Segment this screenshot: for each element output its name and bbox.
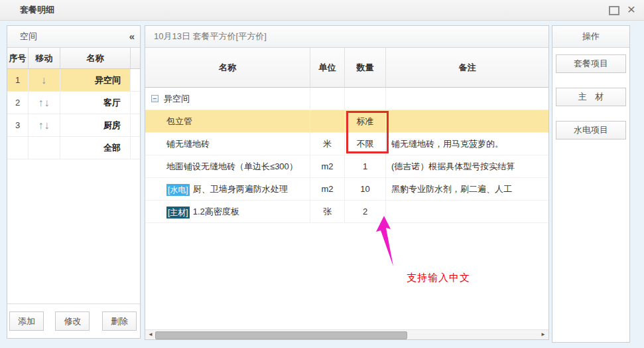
move-arrows[interactable]: ↑↓ (29, 92, 60, 114)
items-panel: 10月13日 套餐平方价[平方价] 名称 单位 数量 备注 −异空间 包立管 标… (145, 25, 549, 340)
cell-unit: 米 (310, 133, 345, 155)
cell-note (386, 88, 548, 110)
space-table-header: 序号 移动 名称 (7, 48, 140, 69)
move-down-icon[interactable]: ↓ (44, 120, 50, 131)
row-seq: 1 (7, 69, 29, 91)
cell-note: (德吉诺）根据具体型号按实结算 (386, 155, 548, 177)
operations-panel: 操作 套餐项目 主 材 水电项目 (552, 25, 630, 343)
item-name: 地面铺设无缝地砖（单边长≤300） (145, 155, 310, 177)
window-title: 套餐明细 (20, 0, 54, 20)
cell-qty[interactable]: 1 (345, 155, 386, 177)
package-detail-window: 套餐明细 × 空间 « 序号 移动 名称 1 ↓ 异空间 2 ↑↓ 客厅 3 (0, 0, 644, 348)
package-item-button[interactable]: 套餐项目 (556, 54, 626, 73)
item-row[interactable]: 地面铺设无缝地砖（单边长≤300） m2 1 (德吉诺）根据具体型号按实结算 (145, 155, 548, 178)
space-row[interactable]: 3 ↑↓ 厨房 (7, 114, 140, 137)
col-name: 名称 (60, 48, 131, 68)
col-unit: 单位 (310, 48, 345, 87)
col-seq: 序号 (7, 48, 29, 68)
item-row[interactable]: 包立管 标准 (145, 110, 548, 133)
annotation-text: 支持输入中文 (407, 272, 470, 284)
cell-qty[interactable]: 标准 (345, 110, 386, 132)
titlebar: 套餐明细 × (0, 0, 644, 21)
move-down-icon[interactable]: ↓ (44, 97, 50, 108)
scroll-left-icon[interactable]: ◄ (147, 330, 155, 339)
col-move: 移动 (29, 48, 60, 68)
row-spacer (131, 92, 140, 114)
space-name: 厨房 (60, 114, 131, 136)
move-arrows[interactable]: ↑↓ (29, 114, 60, 136)
items-panel-header: 10月13日 套餐平方价[平方价] (145, 26, 548, 48)
space-name: 全部 (60, 137, 131, 159)
move-up-icon[interactable]: ↑ (38, 120, 44, 131)
cell-note (386, 201, 548, 222)
cell-qty[interactable]: 不限 (345, 133, 386, 155)
col-item-name: 名称 (145, 48, 310, 87)
cell-unit: m2 (310, 155, 345, 177)
annotation-arrow-icon (375, 215, 399, 268)
operations-panel-title: 操作 (582, 31, 600, 41)
cell-unit (310, 88, 345, 110)
item-row[interactable]: [水电]厨、卫墙身两遍防水处理 m2 10 黑豹专业防水剂，刷二遍、人工 (145, 178, 548, 201)
item-row[interactable]: 铺无缝地砖 米 不限 铺无缝地砖，用马克菠萝的。 (145, 133, 548, 155)
space-row[interactable]: 全部 (7, 137, 140, 159)
item-row[interactable]: [主材]1.2高密度板 张 2 (145, 201, 548, 223)
collapse-panel-icon[interactable]: « (129, 26, 135, 47)
space-actions: 添加 修改 删除 (7, 304, 140, 338)
move-down-icon[interactable]: ↓ (41, 74, 47, 86)
delete-button[interactable]: 删除 (102, 311, 137, 331)
group-name: 异空间 (164, 88, 190, 110)
row-spacer (131, 114, 140, 136)
horizontal-scrollbar[interactable]: ◄ ► (145, 329, 548, 339)
cell-note (386, 110, 548, 132)
close-button[interactable]: × (624, 0, 639, 20)
row-spacer (131, 137, 140, 159)
move-arrows[interactable]: ↓ (29, 69, 60, 91)
cell-unit (310, 110, 345, 132)
row-spacer (131, 69, 140, 91)
scroll-right-icon[interactable]: ► (539, 330, 547, 339)
space-panel-header: 空间 « (7, 26, 140, 48)
modify-button[interactable]: 修改 (55, 311, 90, 331)
cell-note: 铺无缝地砖，用马克菠萝的。 (386, 133, 548, 155)
cell-unit: 张 (310, 201, 345, 222)
cell-note: 黑豹专业防水剂，刷二遍、人工 (386, 178, 548, 200)
cell-qty[interactable] (345, 88, 386, 110)
main-material-button[interactable]: 主 材 (556, 88, 626, 106)
maximize-button[interactable] (607, 0, 621, 20)
space-name: 客厅 (60, 92, 131, 114)
material-badge: [主材] (166, 207, 190, 218)
items-panel-title: 10月13日 套餐平方价[平方价] (154, 31, 267, 41)
items-table-header: 名称 单位 数量 备注 (145, 48, 548, 88)
item-name: 1.2高密度板 (193, 207, 239, 217)
operations-panel-header: 操作 (552, 26, 629, 48)
row-seq (7, 137, 29, 159)
col-note: 备注 (386, 48, 548, 87)
item-name: 包立管 (145, 110, 310, 132)
hydropower-item-button[interactable]: 水电项目 (556, 121, 626, 139)
row-seq: 2 (7, 92, 29, 114)
item-name: 厨、卫墙身两遍防水处理 (193, 184, 288, 194)
space-panel-title: 空间 (20, 31, 37, 41)
item-name: 铺无缝地砖 (145, 133, 310, 155)
space-row[interactable]: 1 ↓ 异空间 (7, 69, 140, 92)
space-name: 异空间 (60, 69, 131, 91)
cell-unit: m2 (310, 178, 345, 200)
space-panel: 空间 « 序号 移动 名称 1 ↓ 异空间 2 ↑↓ 客厅 3 ↑↓ 厨房 (7, 25, 141, 339)
scrollbar-thumb[interactable] (155, 331, 407, 339)
space-row[interactable]: 2 ↑↓ 客厅 (7, 92, 140, 114)
add-button[interactable]: 添加 (9, 311, 44, 331)
group-row[interactable]: −异空间 (145, 88, 548, 110)
move-up-icon[interactable]: ↑ (38, 97, 44, 108)
row-seq: 3 (7, 114, 29, 136)
tree-collapse-icon[interactable]: − (151, 95, 159, 102)
col-qty: 数量 (345, 48, 386, 87)
hydropower-badge: [水电] (166, 184, 190, 196)
cell-qty[interactable]: 10 (345, 178, 386, 200)
maximize-icon (609, 6, 619, 15)
col-spacer (131, 48, 140, 68)
move-arrows (29, 137, 60, 159)
close-icon: × (627, 1, 635, 17)
